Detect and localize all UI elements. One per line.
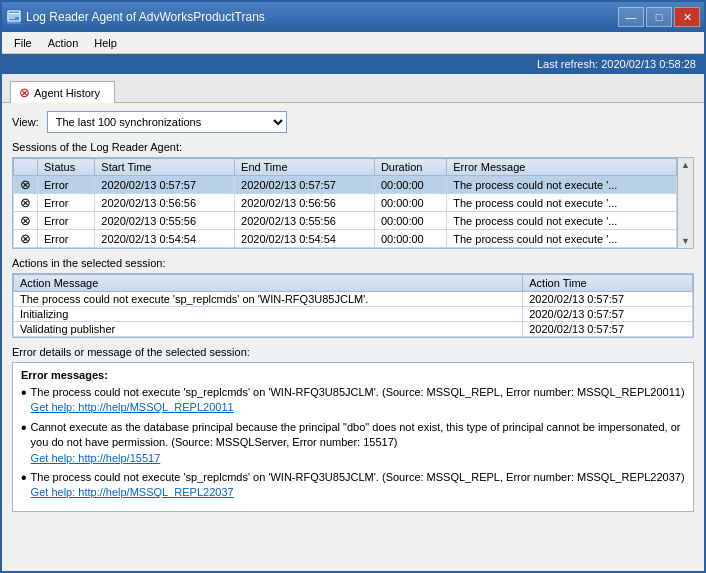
action-message: The process could not execute 'sp_replcm…: [14, 292, 523, 307]
minimize-button[interactable]: —: [618, 7, 644, 27]
menu-help[interactable]: Help: [86, 35, 125, 51]
row-status: Error: [38, 194, 95, 212]
row-error-icon: ⊗: [14, 212, 38, 230]
row-status: Error: [38, 230, 95, 248]
row-end-time: 2020/02/13 0:57:57: [235, 176, 375, 194]
maximize-button[interactable]: □: [646, 7, 672, 27]
tab-bar: ⊗ Agent History: [2, 74, 704, 103]
error-help-link[interactable]: Get help: http://help/MSSQL_REPL22037: [31, 486, 234, 498]
row-duration: 00:00:00: [374, 194, 446, 212]
row-duration: 00:00:00: [374, 176, 446, 194]
row-status: Error: [38, 176, 95, 194]
row-start-time: 2020/02/13 0:57:57: [95, 176, 235, 194]
error-bullet: •: [21, 385, 27, 401]
error-list-item: • Cannot execute as the database princip…: [21, 420, 685, 466]
view-label: View:: [12, 116, 39, 128]
svg-rect-2: [9, 16, 19, 17]
sessions-section-label: Sessions of the Log Reader Agent:: [12, 141, 694, 153]
scroll-up-icon[interactable]: ▲: [681, 160, 690, 170]
window-title: Log Reader Agent of AdvWorksProductTrans: [26, 10, 265, 24]
error-detail-text: The process could not execute 'sp_replcm…: [31, 470, 685, 501]
sessions-col-end: End Time: [235, 159, 375, 176]
action-time: 2020/02/13 0:57:57: [523, 307, 693, 322]
view-select[interactable]: The last 100 synchronizations: [47, 111, 287, 133]
row-error-message: The process could not execute '...: [447, 176, 677, 194]
error-details-title: Error messages:: [21, 369, 685, 381]
error-help-link[interactable]: Get help: http://help/MSSQL_REPL20011: [31, 401, 234, 413]
error-details-section-label: Error details or message of the selected…: [12, 346, 694, 358]
action-time: 2020/02/13 0:57:57: [523, 292, 693, 307]
error-list-item: • The process could not execute 'sp_repl…: [21, 470, 685, 501]
row-end-time: 2020/02/13 0:55:56: [235, 212, 375, 230]
row-duration: 00:00:00: [374, 230, 446, 248]
row-status: Error: [38, 212, 95, 230]
title-bar: Log Reader Agent of AdvWorksProductTrans…: [2, 2, 704, 32]
content-area: View: The last 100 synchronizations Sess…: [2, 103, 704, 571]
row-error-message: The process could not execute '...: [447, 212, 677, 230]
sessions-col-error: Error Message: [447, 159, 677, 176]
error-bullet: •: [21, 470, 27, 486]
sessions-col-status: Status: [38, 159, 95, 176]
actions-table-row: Validating publisher 2020/02/13 0:57:57: [14, 322, 693, 337]
row-end-time: 2020/02/13 0:54:54: [235, 230, 375, 248]
row-error-icon: ⊗: [14, 194, 38, 212]
action-message: Initializing: [14, 307, 523, 322]
app-icon: [6, 9, 22, 25]
row-duration: 00:00:00: [374, 212, 446, 230]
actions-table-row: The process could not execute 'sp_replcm…: [14, 292, 693, 307]
svg-rect-3: [9, 18, 15, 19]
status-bar: Last refresh: 2020/02/13 0:58:28: [2, 54, 704, 74]
last-refresh-text: Last refresh: 2020/02/13 0:58:28: [537, 58, 696, 70]
menu-action[interactable]: Action: [40, 35, 87, 51]
row-error-icon: ⊗: [14, 230, 38, 248]
sessions-col-duration: Duration: [374, 159, 446, 176]
menu-file[interactable]: File: [6, 35, 40, 51]
sessions-table-row[interactable]: ⊗ Error 2020/02/13 0:55:56 2020/02/13 0:…: [14, 212, 677, 230]
sessions-col-icon: [14, 159, 38, 176]
sessions-table-row[interactable]: ⊗ Error 2020/02/13 0:54:54 2020/02/13 0:…: [14, 230, 677, 248]
sessions-table-row[interactable]: ⊗ Error 2020/02/13 0:56:56 2020/02/13 0:…: [14, 194, 677, 212]
error-detail-text: Cannot execute as the database principal…: [31, 420, 685, 466]
menu-bar: File Action Help: [2, 32, 704, 54]
error-detail-text: The process could not execute 'sp_replcm…: [31, 385, 685, 416]
title-bar-left: Log Reader Agent of AdvWorksProductTrans: [6, 9, 265, 25]
sessions-table-container: Status Start Time End Time Duration Erro…: [12, 157, 694, 249]
actions-section-label: Actions in the selected session:: [12, 257, 694, 269]
svg-rect-1: [9, 13, 19, 15]
sessions-col-start: Start Time: [95, 159, 235, 176]
actions-col-time: Action Time: [523, 275, 693, 292]
error-bullet: •: [21, 420, 27, 436]
actions-table: Action Message Action Time The process c…: [13, 274, 693, 337]
row-error-message: The process could not execute '...: [447, 194, 677, 212]
tab-error-icon: ⊗: [19, 85, 30, 100]
scroll-down-icon[interactable]: ▼: [681, 236, 690, 246]
row-start-time: 2020/02/13 0:56:56: [95, 194, 235, 212]
actions-table-row: Initializing 2020/02/13 0:57:57: [14, 307, 693, 322]
actions-table-container: Action Message Action Time The process c…: [12, 273, 694, 338]
error-list: • The process could not execute 'sp_repl…: [21, 385, 685, 501]
title-bar-controls: — □ ✕: [618, 7, 700, 27]
row-start-time: 2020/02/13 0:55:56: [95, 212, 235, 230]
error-list-item: • The process could not execute 'sp_repl…: [21, 385, 685, 416]
agent-history-tab[interactable]: ⊗ Agent History: [10, 81, 115, 103]
action-message: Validating publisher: [14, 322, 523, 337]
error-help-link[interactable]: Get help: http://help/15517: [31, 452, 161, 464]
actions-col-message: Action Message: [14, 275, 523, 292]
row-error-message: The process could not execute '...: [447, 230, 677, 248]
tab-label: Agent History: [34, 87, 100, 99]
error-details-box: Error messages: • The process could not …: [12, 362, 694, 512]
sessions-table-row[interactable]: ⊗ Error 2020/02/13 0:57:57 2020/02/13 0:…: [14, 176, 677, 194]
view-row: View: The last 100 synchronizations: [12, 111, 694, 133]
row-start-time: 2020/02/13 0:54:54: [95, 230, 235, 248]
action-time: 2020/02/13 0:57:57: [523, 322, 693, 337]
sessions-table: Status Start Time End Time Duration Erro…: [13, 158, 677, 248]
close-button[interactable]: ✕: [674, 7, 700, 27]
row-error-icon: ⊗: [14, 176, 38, 194]
row-end-time: 2020/02/13 0:56:56: [235, 194, 375, 212]
